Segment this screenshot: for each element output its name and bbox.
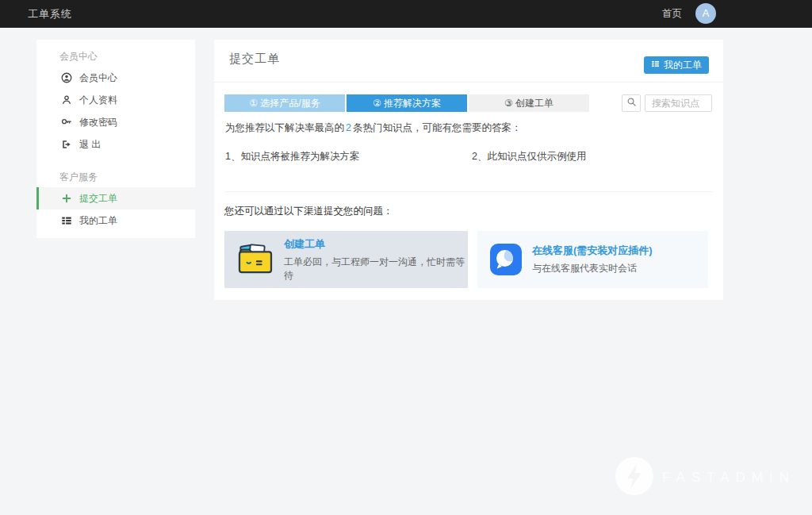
user-circle-icon (61, 72, 72, 83)
avatar[interactable]: A (695, 3, 716, 24)
sign-out-icon (61, 139, 72, 150)
list-icon (61, 215, 72, 226)
sidebar-item-change-password[interactable]: 修改密码 (36, 111, 195, 133)
wizard-steps: ① 选择产品/服务 ② 推荐解决方案 ③ 创建工单 (224, 94, 589, 112)
lightning-logo-icon (615, 457, 653, 498)
app-brand[interactable]: 工单系统 (28, 0, 72, 28)
channel-description: 工单必回，与工程师一对一沟通，忙时需等待 (284, 256, 468, 282)
knowledge-search (622, 94, 712, 112)
sidebar-item-logout[interactable]: 退 出 (36, 133, 195, 156)
step-select-product[interactable]: ① 选择产品/服务 (224, 94, 345, 112)
page-title: 提交工单 (229, 52, 280, 67)
fastadmin-watermark: FASTADMIN (615, 457, 795, 498)
user-icon (61, 94, 72, 106)
main-panel: 提交工单 我的工单 ① 选择产品/服务 ② 推荐解决方案 ③ 创建工单 为您推荐… (214, 40, 723, 300)
step-recommend-solution[interactable]: ② 推荐解决方案 (347, 94, 467, 112)
sidebar: 会员中心 会员中心 个人资料 修改密码 退 出 客户服务 提交工单 (36, 40, 195, 238)
search-button[interactable] (622, 94, 641, 112)
search-icon (626, 97, 637, 110)
search-input[interactable] (645, 94, 712, 112)
sidebar-item-label: 退 出 (79, 138, 101, 152)
recommend-prefix: 为您推荐以下解决率最高的 (225, 122, 344, 133)
channel-title: 创建工单 (284, 237, 468, 252)
plus-icon (61, 193, 72, 204)
my-tickets-button[interactable]: 我的工单 (644, 56, 709, 74)
recommend-sentence: 为您推荐以下解决率最高的2条热门知识点，可能有您需要的答案： (225, 121, 521, 135)
sidebar-item-my-tickets[interactable]: 我的工单 (36, 209, 195, 232)
sidebar-section-customer-service: 客户服务 (36, 156, 195, 187)
my-tickets-button-label: 我的工单 (664, 59, 702, 72)
channels-heading: 您还可以通过以下渠道提交您的问题： (224, 205, 393, 218)
sidebar-item-submit-ticket[interactable]: 提交工单 (36, 187, 195, 209)
knowledge-item-1[interactable]: 1、知识点将被推荐为解决方案 (225, 150, 359, 163)
channel-create-ticket-card[interactable]: 创建工单 工单必回，与工程师一对一沟通，忙时需等待 (224, 231, 468, 288)
sidebar-item-label: 提交工单 (79, 192, 117, 206)
watermark-text: FASTADMIN (662, 470, 795, 486)
home-link[interactable]: 首页 (662, 0, 682, 28)
header-divider (214, 82, 723, 83)
channel-text: 创建工单 工单必回，与工程师一对一沟通，忙时需等待 (284, 237, 468, 282)
sidebar-item-label: 会员中心 (79, 71, 117, 85)
sidebar-item-label: 修改密码 (79, 116, 117, 129)
knowledge-item-2[interactable]: 2、此知识点仅供示例使用 (472, 150, 586, 163)
sidebar-item-label: 个人资料 (79, 94, 117, 107)
channel-text: 在线客服(需安装对应插件) 与在线客服代表实时会话 (532, 244, 653, 275)
recommend-count: 2 (344, 122, 353, 133)
step-create-ticket[interactable]: ③ 创建工单 (469, 94, 589, 112)
key-icon (61, 117, 72, 128)
list-icon (651, 60, 660, 71)
chat-bubble-icon (490, 244, 522, 275)
recommend-suffix: 条热门知识点，可能有您需要的答案： (353, 122, 522, 133)
ticket-folder-icon (237, 244, 274, 275)
sidebar-item-member-center[interactable]: 会员中心 (36, 67, 195, 89)
sidebar-item-label: 我的工单 (79, 214, 117, 228)
channel-description: 与在线客服代表实时会话 (532, 262, 653, 275)
topbar: 工单系统 首页 A (0, 0, 812, 28)
channel-online-service-card[interactable]: 在线客服(需安装对应插件) 与在线客服代表实时会话 (477, 231, 708, 288)
sidebar-item-profile[interactable]: 个人资料 (36, 89, 195, 111)
section-divider (224, 191, 713, 192)
channel-title: 在线客服(需安装对应插件) (532, 244, 653, 258)
sidebar-section-member-center: 会员中心 (36, 46, 195, 67)
